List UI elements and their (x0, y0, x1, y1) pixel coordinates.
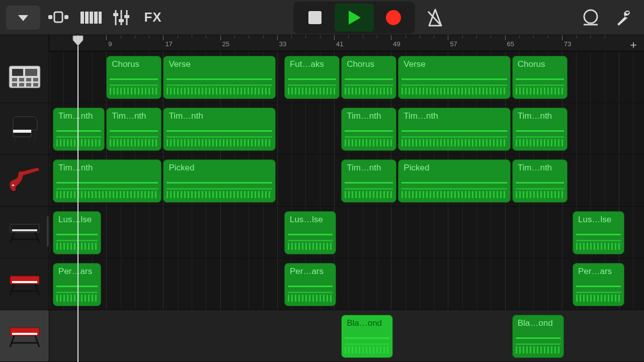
settings-button[interactable] (610, 6, 638, 30)
region[interactable]: Tim…nth (163, 108, 275, 151)
region-label: Tim…nth (342, 160, 396, 173)
svg-line-51 (35, 336, 39, 347)
region[interactable]: Bla…ond (341, 315, 393, 358)
region-waveform (288, 283, 333, 302)
region-waveform (345, 75, 393, 95)
region-label: Per…ars (573, 263, 624, 277)
drum-machine-icon (7, 63, 43, 91)
metronome-button[interactable] (420, 6, 450, 30)
region[interactable]: Tim…nth (106, 108, 162, 151)
svg-rect-30 (19, 83, 24, 86)
region-waveform (401, 75, 507, 95)
region-waveform (516, 127, 564, 146)
svg-rect-6 (90, 12, 93, 24)
region-waveform (167, 75, 272, 95)
region-waveform (56, 179, 158, 198)
stop-button[interactable] (295, 4, 335, 32)
svg-rect-28 (33, 78, 38, 81)
instrument-view-button[interactable] (78, 6, 104, 30)
svg-point-20 (584, 10, 597, 23)
region[interactable]: Lus…lse (573, 211, 624, 254)
view-menu-button[interactable] (6, 6, 40, 30)
chevron-down-icon (16, 11, 30, 25)
record-button[interactable] (374, 4, 413, 32)
playhead-handle[interactable] (72, 35, 84, 46)
play-button[interactable] (335, 4, 374, 32)
scroll-indicator[interactable] (47, 216, 49, 246)
arrangement-body: ＋ 91725334149576573 ChorusVerseFut…aksCh… (0, 35, 644, 362)
tracks-view-button[interactable] (45, 6, 73, 30)
region[interactable]: Chorus (106, 56, 162, 99)
stop-icon (308, 11, 321, 24)
region-label: Chorus (342, 56, 396, 69)
track-header[interactable] (0, 207, 49, 258)
region[interactable]: Tim…nth (53, 159, 162, 203)
region-label: Tim…nth (398, 108, 510, 121)
loop-button[interactable] (577, 6, 605, 30)
region-waveform (401, 127, 507, 146)
track-row[interactable]: Tim…nthPickedTim…nthPickedTim…nth (49, 155, 644, 207)
track-row[interactable]: Per…arsPer…arsPer…ars (49, 258, 644, 310)
svg-rect-8 (99, 12, 102, 24)
track-row[interactable]: Lus…lseLus…lseLus…lse (49, 207, 644, 258)
svg-rect-5 (85, 12, 89, 24)
region[interactable]: Tim…nth (341, 159, 396, 203)
track-header[interactable] (0, 310, 49, 362)
keyboard-red-icon (7, 322, 43, 350)
region[interactable]: Tim…nth (512, 108, 568, 151)
region[interactable]: Fut…aks (284, 56, 340, 99)
transport (293, 2, 415, 34)
track-header[interactable] (0, 258, 49, 310)
add-track-button[interactable]: ＋ (628, 37, 639, 52)
region[interactable]: Tim…nth (341, 108, 396, 151)
svg-line-45 (10, 284, 14, 295)
region[interactable]: Chorus (341, 56, 396, 99)
svg-rect-2 (54, 12, 62, 22)
ruler[interactable]: ＋ 91725334149576573 (49, 35, 644, 51)
region[interactable]: Lus…lse (284, 211, 336, 254)
region-label: Bla…ond (342, 315, 392, 328)
region-label: Tim…nth (53, 108, 104, 121)
region-label: Lus…lse (573, 212, 624, 225)
region[interactable]: Per…ars (573, 263, 624, 306)
region[interactable]: Bla…ond (512, 315, 564, 358)
svg-point-17 (386, 10, 401, 25)
timeline[interactable]: ＋ 91725334149576573 ChorusVerseFut…aksCh… (49, 35, 644, 362)
region-label: Bla…ond (513, 315, 564, 328)
region[interactable]: Tim…nth (398, 108, 510, 151)
svg-rect-25 (12, 78, 17, 81)
svg-marker-0 (18, 15, 28, 21)
region[interactable]: Per…ars (284, 263, 336, 306)
mixer-button[interactable] (109, 6, 134, 30)
region[interactable]: Picked (398, 159, 510, 203)
metronome-off-icon (425, 8, 445, 28)
region[interactable]: Verse (398, 56, 510, 99)
track-header[interactable] (0, 51, 49, 103)
region-waveform (288, 75, 336, 95)
region-label: Per…ars (285, 263, 336, 277)
daw-app: FX (0, 0, 644, 362)
svg-rect-33 (13, 130, 31, 133)
region-waveform (167, 127, 272, 146)
tracks-area[interactable]: ChorusVerseFut…aksChorusVerseChorusTim…n… (49, 51, 644, 362)
region-waveform (576, 231, 621, 250)
region[interactable]: Tim…nth (512, 159, 568, 203)
region-waveform (345, 334, 389, 353)
track-header[interactable] (0, 103, 49, 155)
region-waveform (516, 75, 564, 95)
region[interactable]: Verse (163, 56, 275, 99)
fx-button[interactable]: FX (139, 6, 167, 30)
region-label: Tim…nth (107, 108, 161, 121)
region[interactable]: Picked (163, 159, 275, 203)
track-row[interactable]: Bla…ondBla…ond (49, 310, 644, 362)
region-label: Tim…nth (164, 108, 275, 121)
keyboard-red-icon (7, 270, 43, 298)
region[interactable]: Tim…nth (53, 108, 105, 151)
svg-rect-44 (12, 281, 37, 283)
region-label: Tim…nth (513, 108, 567, 121)
region[interactable]: Chorus (512, 56, 568, 99)
track-row[interactable]: Tim…nthTim…nthTim…nthTim…nthTim…nthTim…n… (49, 103, 644, 155)
playhead-line[interactable] (77, 35, 78, 362)
track-row[interactable]: ChorusVerseFut…aksChorusVerseChorus (49, 51, 644, 103)
track-header[interactable] (0, 155, 49, 207)
